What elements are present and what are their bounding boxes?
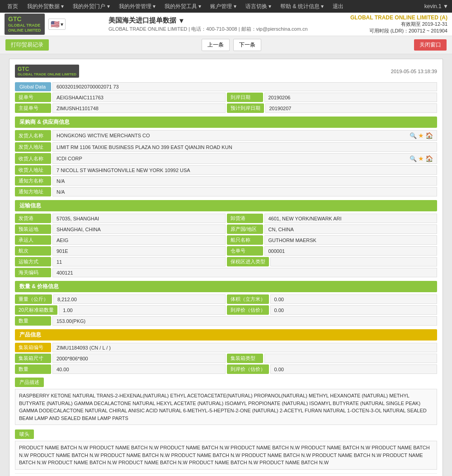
- unload-port-label: 卸货港: [227, 214, 263, 223]
- load-port-value: 57035, SHANGHAI: [52, 214, 226, 223]
- container-size-type-row: 集装箱尺寸 2000*806*800 集装箱类型: [15, 354, 437, 363]
- remark-text: PRODUCT NAME BATCH N.W PRODUCT NAME BATC…: [15, 441, 437, 470]
- nav-tools[interactable]: 我的外贸工具 ▾: [161, 3, 205, 10]
- global-data-label: Global Data: [15, 82, 51, 91]
- consignee-search-icon[interactable]: 🔍: [410, 132, 417, 139]
- prod-qty-price-row: 数量 40.00 到岸价（估价） 0.00: [15, 364, 437, 374]
- nav-logout[interactable]: 退出: [329, 3, 347, 10]
- load-port-label: 发货港: [15, 214, 51, 223]
- arrival-date-col: 到岸日期 20190206: [227, 93, 438, 102]
- consignee-name-label: 发货人名称: [15, 130, 51, 141]
- nav-buttons-top: 上一条 下一条: [202, 39, 261, 51]
- containers20-label: 20尺标准箱数量: [15, 305, 57, 315]
- transport-mode-label: 运输方式: [15, 257, 51, 266]
- port-row: 发货港 57035, SHANGHAI 卸货港 4601, NEW YORK/N…: [15, 214, 437, 223]
- containers-price-row: 20尺标准箱数量 1.00 到岸价（估价） 0.00: [15, 305, 437, 315]
- carrier-label: 承运人: [15, 235, 51, 245]
- arrival-price-label: 到岸价（估价）: [227, 305, 269, 315]
- prod-qty-label: 数量: [15, 364, 51, 374]
- weight-value: 8,212.00: [53, 294, 226, 304]
- receiver-addr-value: 7 NICOLL ST WASHINGTONVILLE NEW YORK 109…: [52, 165, 437, 175]
- receiver-addr-label: 收货人地址: [15, 165, 51, 175]
- ldr-info: 可用时段 (LDR)：200712 ~ 201904: [350, 28, 447, 34]
- notify-name-row: 通知方名称 N/A: [15, 176, 437, 186]
- nav-home[interactable]: 首页: [4, 3, 22, 10]
- close-button-top[interactable]: 关闭窗口: [414, 39, 447, 51]
- volume-label: 体积（立方米）: [227, 294, 269, 304]
- bonded-type-label: 保税区进入类型: [227, 257, 269, 266]
- nav-help[interactable]: 帮助 & 统计信息 ▾: [277, 3, 327, 10]
- product-desc-label: 产品描述: [15, 378, 44, 387]
- nav-portal[interactable]: 我的外贸门户 ▾: [69, 3, 113, 10]
- master-bill-value: ZIMUSNH1101748: [52, 103, 226, 113]
- vessel-name-label: 船只名称: [227, 235, 263, 245]
- flag-icon: 🇺🇸: [51, 20, 60, 28]
- transport-bonded-row: 运输方式 11 保税区进入类型: [15, 257, 437, 266]
- customs-code-row: 海关编码 400121: [15, 268, 437, 277]
- product-section-header: 产品信息: [15, 329, 437, 341]
- nav-language[interactable]: 语言切换 ▾: [242, 3, 275, 10]
- carrier-value: AEIG: [52, 235, 226, 245]
- place-origin-row: 预装运地 SHANGHAI, CHINA 原产国/地区 CN, CHINA: [15, 224, 437, 234]
- document-header: GTC GLOBAL TRADE ONLINE LIMITED 2019-05-…: [15, 65, 437, 78]
- qty-label: 数量: [15, 316, 51, 326]
- origin-country-label: 原产国/地区: [227, 224, 263, 234]
- consignee-name-value: HONGKONG WICTIVE MERCHANTS CO 🔍 ★ 🏠: [52, 130, 437, 141]
- prod-qty-value: 40.00: [52, 364, 226, 374]
- load-place-value: SHANGHAI, CHINA: [52, 224, 226, 234]
- page-title-area: 美国海关进口提单数据 ▼ GLOBAL TRADE ONLINE LIMITED…: [104, 16, 350, 33]
- prev-button-top[interactable]: 上一条: [202, 39, 230, 51]
- top-action-bar: 打印贸易记录 上一条 下一条 关闭窗口: [0, 36, 452, 54]
- voyage-label: 航次: [15, 246, 51, 256]
- notify-addr-label: 通知方地址: [15, 187, 51, 196]
- receiver-name-label: 收货人名称: [15, 153, 51, 164]
- master-bill-label: 主提单号: [15, 103, 51, 113]
- print-button-top[interactable]: 打印贸易记录: [5, 39, 49, 51]
- notify-addr-value: N/A: [52, 187, 437, 196]
- bill-no-col: 提单号 AEIGSHAAIC111763: [15, 93, 226, 102]
- voyage-bill-row: 航次 901E 仓单号 000001: [15, 246, 437, 256]
- carrier-vessel-row: 承运人 AEIG 船只名称 GUTHORM MAERSK: [15, 235, 437, 245]
- doc-logo-box: GTC GLOBAL TRADE ONLINE LIMITED: [15, 65, 79, 78]
- remark-label: 唛头: [15, 429, 34, 439]
- consignee-addr-row: 发货人地址 LIMIT RM 1106 TAIXIE BUSINESS PLAZ…: [15, 142, 437, 152]
- bill-no-label: 提单号: [15, 93, 51, 102]
- notify-name-value: N/A: [52, 176, 437, 186]
- next-button-top[interactable]: 下一条: [233, 39, 261, 51]
- customs-code-label: 海关编码: [15, 268, 51, 277]
- consignee-star-icon[interactable]: ★: [418, 132, 424, 139]
- transport-mode-value: 11: [52, 257, 226, 266]
- receiver-home-icon[interactable]: 🏠: [425, 155, 433, 162]
- header-right: GLOBAL TRADE ONLINE LIMITED (A) 有效期至 201…: [350, 14, 447, 34]
- master-estimated-row: 主提单号 ZIMUSNH1101748 预计到岸日期 20190207: [15, 103, 437, 113]
- estimated-date-value: 20190207: [265, 103, 438, 113]
- container-no-value: ZIMU1184093 (CN / L / ): [52, 343, 437, 352]
- flag-selector[interactable]: 🇺🇸 ▾: [48, 19, 66, 30]
- receiver-name-value: ICDI CORP 🔍 ★ 🏠: [52, 153, 437, 164]
- main-content: GTC GLOBAL TRADE ONLINE LIMITED 2019-05-…: [0, 54, 452, 476]
- consignee-icons: 🔍 ★ 🏠: [410, 132, 433, 139]
- notify-addr-row: 通知方地址 N/A: [15, 187, 437, 196]
- expiry-info: 有效期至 2019-12-31: [350, 21, 447, 28]
- logo: GTC GLOBAL TRADEONLINE LIMITED: [5, 14, 45, 34]
- nav-manage[interactable]: 我的外管管理 ▾: [115, 3, 159, 10]
- receiver-icons: 🔍 ★ 🏠: [410, 155, 433, 162]
- estimated-date-col: 预计到岸日期 20190207: [227, 103, 438, 113]
- consignee-home-icon[interactable]: 🏠: [425, 132, 433, 139]
- bonded-type-value: [270, 257, 438, 266]
- receiver-star-icon[interactable]: ★: [418, 155, 424, 162]
- top-navigation: 首页 我的外贸数据 ▾ 我的外贸门户 ▾ 我的外管管理 ▾ 我的外贸工具 ▾ 账…: [0, 0, 452, 13]
- arrival-date-value: 20190206: [264, 93, 438, 102]
- title-arrow[interactable]: ▼: [178, 17, 185, 24]
- container-type-label: 集装箱类型: [227, 354, 263, 363]
- bill-seq-label: 仓单号: [227, 246, 263, 256]
- origin-country-value: CN, CHINA: [264, 224, 438, 234]
- volume-value: 0.00: [270, 294, 438, 304]
- containers20-value: 1.00: [59, 305, 225, 315]
- nav-my-data[interactable]: 我的外贸数据 ▾: [24, 3, 67, 10]
- nav-account[interactable]: 账户管理 ▾: [207, 3, 240, 10]
- receiver-search-icon[interactable]: 🔍: [410, 155, 417, 162]
- nav-menu-left: 首页 我的外贸数据 ▾ 我的外贸门户 ▾ 我的外管管理 ▾ 我的外贸工具 ▾ 账…: [4, 3, 347, 10]
- user-info[interactable]: kevin.1 ▼: [424, 3, 448, 9]
- logo-area: GTC GLOBAL TRADEONLINE LIMITED 🇺🇸 ▾: [5, 14, 104, 34]
